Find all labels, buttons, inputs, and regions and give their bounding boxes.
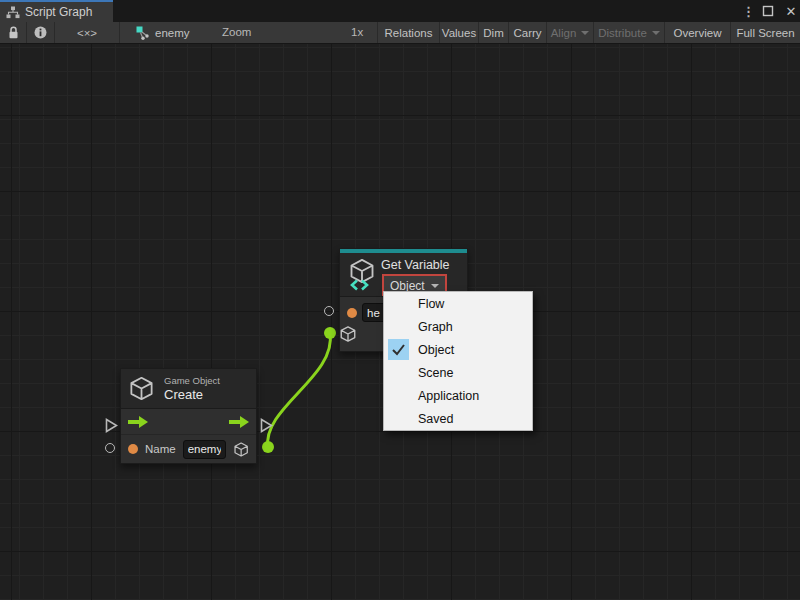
flow-input-port[interactable] [105,418,118,433]
value-input-port[interactable] [324,306,334,316]
node-body: Name [121,408,256,463]
chevron-down-icon [431,284,439,288]
carry-button[interactable]: Carry [509,22,547,43]
node-header: Game Object Create [121,369,256,408]
node-title: Get Variable [381,258,450,272]
graph-breadcrumb[interactable]: enemy [136,22,190,43]
game-object-cube-icon [128,375,155,402]
menu-item-saved[interactable]: Saved [384,407,532,430]
close-icon[interactable]: ✕ [784,4,798,19]
full-screen-label: Full Screen [736,27,794,39]
window-controls: ⋮ ✕ [742,0,798,22]
toolbar-divider [119,22,120,43]
node-title: Create [164,387,220,402]
chevron-down-icon [652,31,660,35]
menu-item-label: Flow [418,297,444,311]
string-port-icon[interactable] [347,308,357,318]
menu-item-label: Application [418,389,479,403]
menu-item-graph[interactable]: Graph [384,315,532,338]
menu-item-label: Object [418,343,454,357]
menu-item-flow[interactable]: Flow [384,292,532,315]
name-input[interactable] [183,440,226,459]
values-button[interactable]: Values [440,22,479,43]
info-icon [34,26,47,39]
align-button[interactable]: Align [547,22,594,43]
menu-item-label: Graph [418,320,453,334]
game-object-port-icon[interactable] [339,325,357,343]
param-label: Name [145,443,176,455]
menu-item-application[interactable]: Application [384,384,532,407]
menu-item-label: Saved [418,412,453,426]
tab-bar: Script Graph ⋮ ✕ [0,0,800,22]
menu-item-label: Scene [418,366,453,380]
distribute-label: Distribute [598,27,647,39]
flow-output-arrow-icon[interactable] [229,416,249,428]
flow-row [121,409,256,434]
lock-button[interactable] [0,22,26,43]
menu-item-scene[interactable]: Scene [384,361,532,384]
tab-script-graph[interactable]: Script Graph [0,0,113,22]
code-view-button[interactable]: <×> [55,22,119,43]
scope-menu: Flow Graph Object Scene Application Save… [383,291,533,431]
tab-title: Script Graph [25,5,92,19]
graph-icon [136,26,150,40]
flow-output-port[interactable] [260,418,273,433]
info-button[interactable] [27,22,54,43]
zoom-value: 1x [351,26,363,38]
sitemap-icon [6,6,20,19]
dim-button[interactable]: Dim [479,22,509,43]
checkmark-icon [391,343,406,356]
value-input-port[interactable] [105,443,115,453]
lock-icon [8,26,19,39]
distribute-button[interactable]: Distribute [594,22,665,43]
variable-code-icon [350,279,369,291]
name-row: Name [121,434,256,463]
relations-button[interactable]: Relations [378,22,440,43]
values-label: Values [442,27,476,39]
node-create-game-object[interactable]: Game Object Create Name [120,368,257,464]
game-object-port-icon[interactable] [233,441,249,458]
zoom-label: Zoom [222,26,251,38]
chevron-down-icon [581,31,589,35]
script-graph-window: Script Graph ⋮ ✕ <×> [0,0,800,600]
string-port-icon[interactable] [128,444,138,454]
graph-name: enemy [155,27,190,39]
full-screen-button[interactable]: Full Screen [731,22,800,43]
flow-input-arrow-icon[interactable] [128,416,148,428]
kebab-menu-icon[interactable]: ⋮ [742,4,752,19]
overview-button[interactable]: Overview [665,22,731,43]
menu-item-object[interactable]: Object [384,338,532,361]
graph-toolbar: <×> enemy Zoom 1x Relations Values Dim [0,22,800,44]
node-header: Get Variable Object [340,253,467,296]
carry-label: Carry [513,27,541,39]
maximize-icon[interactable] [762,5,774,17]
overview-label: Overview [674,27,722,39]
node-category: Game Object [164,375,220,387]
code-icon: <×> [77,27,97,39]
relations-label: Relations [385,27,433,39]
dim-label: Dim [483,27,503,39]
align-label: Align [551,27,577,39]
checkmark-box [388,339,409,360]
